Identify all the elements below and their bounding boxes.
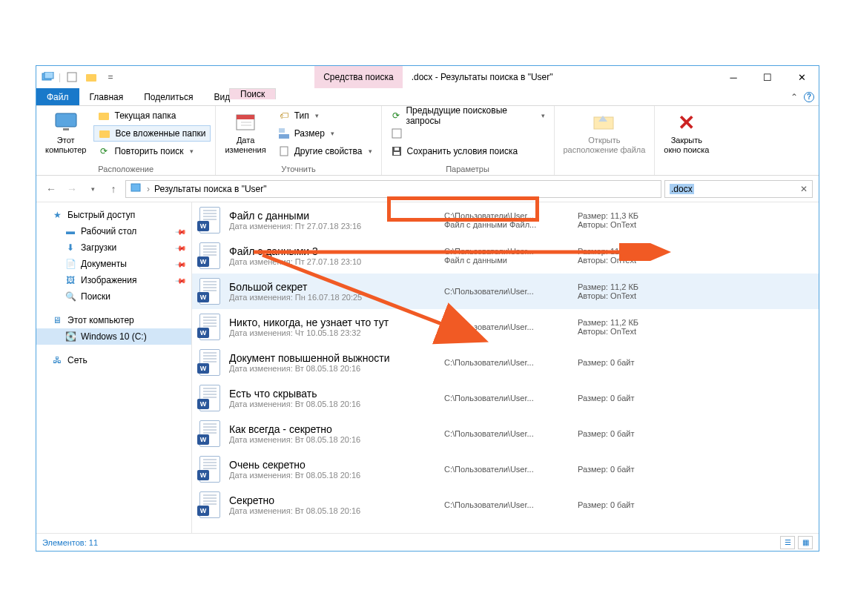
sidebar-this-pc[interactable]: 🖥Этот компьютер	[36, 312, 191, 328]
tab-search[interactable]: Поиск	[229, 88, 276, 99]
address-bar-row: ← → ▾ ↑ › Результаты поиска в "User" .do…	[36, 176, 819, 202]
file-main-col: Секретно Дата изменения: Вт 08.05.18 20:…	[229, 494, 437, 515]
folder-qat-icon[interactable]	[83, 69, 99, 85]
pc-icon: 🖥	[51, 314, 63, 326]
file-row[interactable]: W Файл с данными Дата изменения: Пт 27.0…	[192, 202, 819, 238]
chevron-down-icon: ▾	[541, 112, 545, 119]
sidebar-documents[interactable]: 📄Документы📌	[36, 256, 191, 272]
docx-icon: W	[198, 241, 222, 271]
sidebar-drive-c[interactable]: 💽Windows 10 (C:)	[36, 328, 191, 345]
tab-share[interactable]: Поделиться	[133, 88, 203, 105]
sidebar-searches[interactable]: 🔍Поиски	[36, 288, 191, 305]
type-button[interactable]: 🏷Тип▾	[274, 107, 377, 124]
size-button[interactable]: Размер▾	[274, 125, 377, 142]
all-subfolders-button[interactable]: Все вложенные папки	[93, 125, 211, 142]
sidebar-network[interactable]: 🖧Сеть	[36, 352, 191, 368]
file-row[interactable]: W Файл с данными 3 Дата изменения: Пт 27…	[192, 238, 819, 274]
star-icon: ★	[51, 209, 63, 221]
qat-sep: |	[59, 72, 61, 82]
file-date: Дата изменения: Вт 08.05.18 20:16	[229, 435, 437, 444]
back-button[interactable]: ←	[42, 180, 60, 198]
file-path-col: C:\Пользователи\User...Файл с данными	[444, 247, 570, 265]
search-again-label: Повторить поиск	[114, 146, 183, 156]
qat-dropdown-icon[interactable]: =	[102, 69, 119, 85]
file-date: Дата изменения: Вт 08.05.18 20:16	[229, 471, 437, 480]
file-size-col: Размер: 11,3 КБ Авторы: OnText	[578, 211, 638, 229]
open-location-button[interactable]: Открыть расположение файла	[559, 107, 650, 175]
ribbon-collapse[interactable]: ⌃ ?	[786, 88, 819, 105]
svg-rect-4	[63, 128, 69, 130]
file-name: Секретно	[229, 494, 437, 506]
history-dropdown[interactable]: ▾	[84, 180, 102, 198]
file-row[interactable]: W Документ повышенной выжности Дата изме…	[192, 345, 819, 380]
ribbon-open-location: Открыть расположение файла	[555, 106, 656, 175]
advanced-options-button[interactable]	[386, 125, 549, 142]
close-button[interactable]: ✕	[785, 66, 819, 88]
close-search-label: Закрыть окно поиска	[664, 136, 709, 155]
file-size-col: Размер: 11,1 КБ Авторы: OnText	[578, 247, 638, 265]
search-box[interactable]: .docx ✕	[664, 180, 813, 198]
svg-rect-15	[395, 148, 399, 150]
file-name: Документ повышенной выжности	[229, 352, 437, 364]
this-pc-label: Этот компьютер	[67, 315, 134, 325]
network-label: Сеть	[67, 355, 88, 365]
search-icon: 🔍	[65, 291, 76, 302]
tab-file[interactable]: Файл	[36, 88, 79, 105]
other-props-button[interactable]: Другие свойства▾	[274, 143, 377, 159]
file-row[interactable]: W Никто, никогда, не узнает что тут Дата…	[192, 309, 819, 345]
file-row[interactable]: W Большой секрет Дата изменения: Пн 16.0…	[192, 274, 819, 309]
sidebar-desktop[interactable]: ▬Рабочий стол📌	[36, 223, 191, 239]
maximize-button[interactable]: ☐	[750, 66, 785, 88]
file-main-col: Очень секретно Дата изменения: Вт 08.05.…	[229, 459, 437, 480]
sidebar-pictures[interactable]: 🖼Изображения📌	[36, 272, 191, 288]
drive-icon: 💽	[65, 331, 76, 342]
downloads-label: Загрузки	[81, 242, 116, 253]
chevron-down-icon: ▾	[369, 148, 372, 155]
file-size-col: Размер: 0 байт	[578, 429, 634, 438]
help-icon[interactable]: ?	[804, 92, 814, 102]
pictures-label: Изображения	[81, 275, 136, 285]
current-folder-button[interactable]: Текущая папка	[93, 107, 211, 124]
size-label: Размер	[294, 128, 325, 139]
ribbon-tabs: Файл Главная Поделиться Вид Поиск ⌃ ?	[36, 88, 819, 106]
search-again-button[interactable]: ⟳Повторить поиск▾	[93, 143, 211, 159]
folders-icon[interactable]	[39, 69, 56, 85]
file-size-col: Размер: 0 байт	[578, 394, 634, 403]
tab-home[interactable]: Главная	[79, 88, 134, 105]
file-path-col: C:\Пользователи\User...	[444, 394, 570, 403]
forward-button[interactable]: →	[63, 180, 81, 198]
file-row[interactable]: W Есть что скрывать Дата изменения: Вт 0…	[192, 380, 819, 416]
searches-label: Поиски	[81, 291, 110, 302]
address-box[interactable]: › Результаты поиска в "User"	[125, 180, 661, 198]
file-main-col: Есть что скрывать Дата изменения: Вт 08.…	[229, 388, 437, 408]
icons-view-button[interactable]: ▦	[798, 536, 813, 549]
minimize-button[interactable]: ─	[716, 66, 750, 88]
up-button[interactable]: ↑	[105, 180, 122, 198]
all-subfolders-label: Все вложенные папки	[115, 128, 205, 139]
recent-searches-button[interactable]: ⟳Предыдущие поисковые запросы▾	[386, 107, 549, 124]
date-modified-button[interactable]: Дата изменения	[220, 107, 270, 163]
file-row[interactable]: W Секретно Дата изменения: Вт 08.05.18 2…	[192, 487, 819, 523]
clear-search-icon[interactable]: ✕	[800, 184, 808, 194]
sidebar-downloads[interactable]: ⬇Загрузки📌	[36, 239, 191, 256]
refresh-icon: ⟳	[98, 145, 110, 157]
save-search-button[interactable]: Сохранить условия поиска	[386, 143, 549, 159]
sidebar-quick-access[interactable]: ★Быстрый доступ	[36, 207, 191, 223]
close-search-button[interactable]: ✕ Закрыть окно поиска	[659, 107, 713, 175]
file-path-col: C:\Пользователи\User...	[444, 500, 570, 509]
documents-icon: 📄	[65, 258, 76, 270]
file-row[interactable]: W Как всегда - секретно Дата изменения: …	[192, 416, 819, 451]
save-icon	[391, 145, 403, 157]
recent-label: Предыдущие поисковые запросы	[406, 105, 535, 126]
chevron-down-icon: ▾	[190, 148, 194, 155]
view-switch: ☰ ▦	[780, 536, 813, 549]
svg-rect-6	[237, 115, 254, 119]
svg-rect-9	[279, 134, 289, 139]
pin-icon: 📌	[175, 242, 187, 254]
checkbox-icon[interactable]	[64, 69, 80, 85]
details-view-button[interactable]: ☰	[780, 536, 795, 549]
docx-icon: W	[198, 490, 222, 520]
this-pc-button[interactable]: Этот компьютер	[41, 107, 90, 163]
file-path-col: C:\Пользователи\User...	[444, 429, 570, 438]
file-row[interactable]: W Очень секретно Дата изменения: Вт 08.0…	[192, 451, 819, 487]
